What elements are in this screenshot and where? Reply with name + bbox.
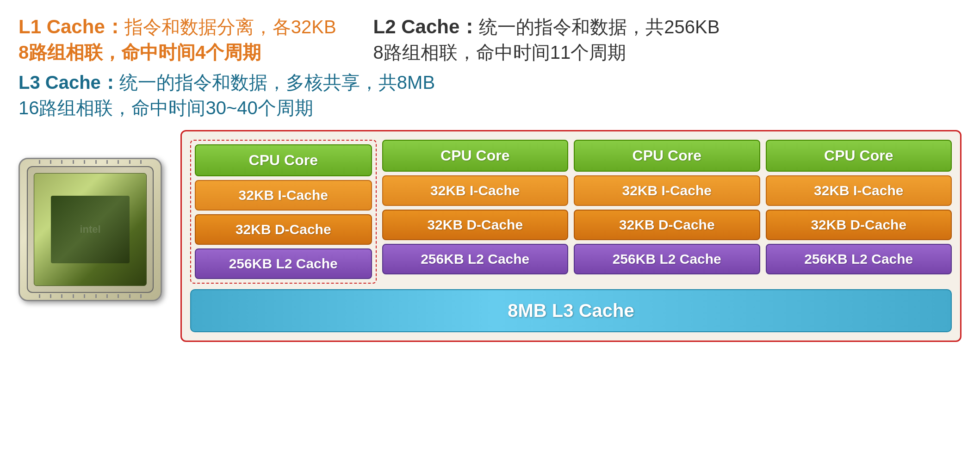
l2cache-1: 256KB L2 Cache xyxy=(195,248,372,279)
pin xyxy=(50,160,51,164)
pin xyxy=(129,160,130,164)
icache-4: 32KB I-Cache xyxy=(766,175,952,206)
cpu-chip-inner xyxy=(34,173,147,286)
l3-cache-info: L3 Cache：统一的指令和数据，多核共享，共8MB 16路组相联，命中时间3… xyxy=(19,70,961,121)
core-column-4: CPU Core 32KB I-Cache 32KB D-Cache 256KB… xyxy=(766,140,952,284)
l2-cache-info: L2 Cache：统一的指令和数据，共256KB 8路组相联，命中时间11个周期 xyxy=(373,14,720,65)
core-column-2: CPU Core 32KB I-Cache 32KB D-Cache 256KB… xyxy=(382,140,569,284)
l2cache-2: 256KB L2 Cache xyxy=(382,244,569,274)
l2-label: L2 Cache xyxy=(373,16,460,37)
cpu-pins-top xyxy=(34,160,147,165)
pin xyxy=(140,160,142,164)
cpu-core-1: CPU Core xyxy=(195,144,372,176)
l1-label: L1 Cache xyxy=(19,16,105,37)
cpu-pins-bottom xyxy=(34,294,147,299)
top-info-section: L1 Cache：指令和数据分离，各32KB 8路组相联，命中时间4个周期 L2… xyxy=(19,14,961,65)
l3-label: L3 Cache xyxy=(19,72,101,93)
icache-3: 32KB I-Cache xyxy=(574,175,760,206)
core-column-3: CPU Core 32KB I-Cache 32KB D-Cache 256KB… xyxy=(574,140,760,284)
l2-cache-title: L2 Cache：统一的指令和数据，共256KB xyxy=(373,14,720,40)
l3-colon: ： xyxy=(101,72,119,93)
cpu-core-3: CPU Core xyxy=(574,140,760,172)
pin xyxy=(84,294,85,298)
l3-desc1: 统一的指令和数据，多核共享，共8MB xyxy=(119,72,435,93)
cpu-core-2: CPU Core xyxy=(382,140,569,172)
cpu-chip-center xyxy=(51,196,129,263)
pin xyxy=(73,294,74,298)
pin xyxy=(140,294,142,298)
l1-cache-info: L1 Cache：指令和数据分离，各32KB 8路组相联，命中时间4个周期 xyxy=(19,14,336,65)
dcache-4: 32KB D-Cache xyxy=(766,210,952,240)
pin xyxy=(39,294,40,298)
l3-subtitle: 16路组相联，命中时间30~40个周期 xyxy=(19,95,961,121)
l3-cache-bar: 8MB L3 Cache xyxy=(190,289,952,332)
pin xyxy=(118,160,119,164)
icache-1: 32KB I-Cache xyxy=(195,180,372,211)
pin xyxy=(118,294,119,298)
pin xyxy=(61,160,62,164)
pin xyxy=(61,294,62,298)
l2-colon: ： xyxy=(459,16,479,37)
l2cache-4: 256KB L2 Cache xyxy=(766,244,952,274)
cpu-chip: intel xyxy=(19,158,162,301)
l2-subtitle: 8路组相联，命中时间11个周期 xyxy=(373,40,720,65)
cpu-diagram-box: CPU Core 32KB I-Cache 32KB D-Cache 256KB… xyxy=(180,130,961,342)
pin xyxy=(106,294,108,298)
core-column-1: CPU Core 32KB I-Cache 32KB D-Cache 256KB… xyxy=(190,140,377,284)
l1-desc1: 指令和数据分离，各32KB xyxy=(124,17,336,37)
dcache-1: 32KB D-Cache xyxy=(195,214,372,245)
pin xyxy=(84,160,85,164)
page-container: L1 Cache：指令和数据分离，各32KB 8路组相联，命中时间4个周期 L2… xyxy=(0,0,980,459)
pin xyxy=(95,294,97,298)
dcache-2: 32KB D-Cache xyxy=(382,210,569,240)
dcache-3: 32KB D-Cache xyxy=(574,210,760,240)
pin xyxy=(106,160,108,164)
icache-2: 32KB I-Cache xyxy=(382,175,569,206)
pin xyxy=(39,160,40,164)
l1-subtitle: 8路组相联，命中时间4个周期 xyxy=(19,40,336,65)
pin xyxy=(73,160,74,164)
pin xyxy=(129,294,130,298)
cores-grid: CPU Core 32KB I-Cache 32KB D-Cache 256KB… xyxy=(190,140,952,284)
l2-desc1: 统一的指令和数据，共256KB xyxy=(479,17,719,37)
cpu-core-4: CPU Core xyxy=(766,140,952,172)
l2cache-3: 256KB L2 Cache xyxy=(574,244,760,274)
pin xyxy=(95,160,97,164)
l1-cache-title: L1 Cache：指令和数据分离，各32KB xyxy=(19,14,336,40)
l1-colon: ： xyxy=(105,16,124,37)
diagram-area: intel CPU Core 32KB I-Cache 32KB D-Cache xyxy=(19,130,961,342)
l3-cache-title: L3 Cache：统一的指令和数据，多核共享，共8MB xyxy=(19,70,961,95)
cpu-chip-image: intel xyxy=(19,158,167,306)
pin xyxy=(50,294,51,298)
